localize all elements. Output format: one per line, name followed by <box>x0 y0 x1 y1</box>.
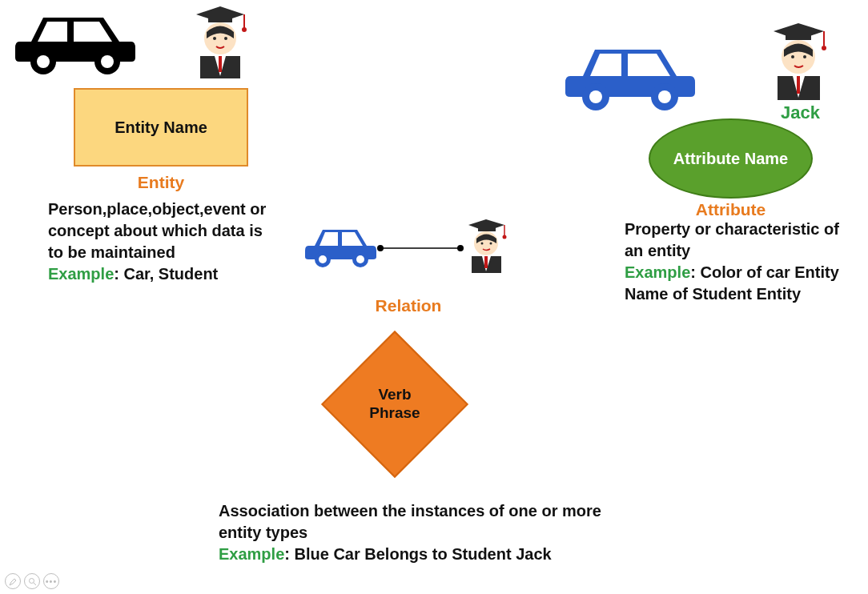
relation-line <box>376 240 464 256</box>
zoom-icon[interactable] <box>24 573 40 589</box>
relation-diamond: Verb Phrase <box>323 332 467 476</box>
student-icon <box>184 0 256 80</box>
relation-description: Association between the instances of one… <box>219 502 601 541</box>
svg-point-39 <box>29 578 34 583</box>
svg-rect-5 <box>219 56 222 72</box>
entity-description: Person,place,object,event or concept abo… <box>48 199 280 285</box>
attribute-ellipse: Attribute Name <box>649 118 813 199</box>
relation-car-icon <box>303 220 379 268</box>
svg-rect-32 <box>797 76 800 94</box>
svg-rect-20 <box>484 256 488 268</box>
attribute-description-block: Property or characteristic of an entity … <box>625 219 861 305</box>
svg-point-7 <box>213 37 216 40</box>
car-icon <box>11 2 139 78</box>
svg-point-30 <box>658 90 671 103</box>
svg-point-26 <box>503 235 507 239</box>
entity-example-label: Example <box>48 265 114 283</box>
svg-line-40 <box>34 583 36 585</box>
toolbar: ••• <box>5 573 59 589</box>
relation-example-label: Example <box>219 545 284 563</box>
svg-rect-36 <box>786 31 811 40</box>
svg-point-23 <box>490 243 492 245</box>
svg-point-8 <box>224 37 227 40</box>
svg-point-35 <box>803 55 806 58</box>
attribute-description: Property or characteristic of an entity <box>625 220 839 259</box>
attribute-car-icon <box>561 32 701 112</box>
svg-point-3 <box>101 55 114 68</box>
entity-title: Entity <box>74 173 248 192</box>
svg-point-34 <box>791 55 794 58</box>
relation-title: Relation <box>336 296 480 315</box>
entity-example-text: : Car, Student <box>114 265 218 283</box>
svg-point-38 <box>822 46 826 50</box>
attribute-student-icon <box>761 16 837 102</box>
attribute-example-label: Example <box>625 263 690 281</box>
svg-point-1 <box>37 55 50 68</box>
relation-description-block: Association between the instances of one… <box>219 500 603 565</box>
svg-point-17 <box>377 245 384 251</box>
svg-rect-24 <box>478 225 496 231</box>
attribute-title: Attribute <box>649 200 813 219</box>
svg-point-15 <box>356 255 364 263</box>
diamond-label: Verb Phrase <box>359 386 431 423</box>
attribute-ellipse-label: Attribute Name <box>673 149 788 168</box>
entity-name-box: Entity Name <box>74 88 248 167</box>
svg-rect-9 <box>208 14 232 22</box>
svg-point-13 <box>319 255 327 263</box>
svg-point-22 <box>481 243 484 245</box>
relation-example-text: : Blue Car Belongs to Student Jack <box>284 545 551 563</box>
svg-point-28 <box>589 90 602 103</box>
jack-label: Jack <box>781 102 820 123</box>
relation-student-icon <box>460 215 512 275</box>
svg-point-11 <box>242 27 247 32</box>
more-icon[interactable]: ••• <box>43 573 59 589</box>
pen-icon[interactable] <box>5 573 21 589</box>
entity-box-label: Entity Name <box>115 118 207 137</box>
